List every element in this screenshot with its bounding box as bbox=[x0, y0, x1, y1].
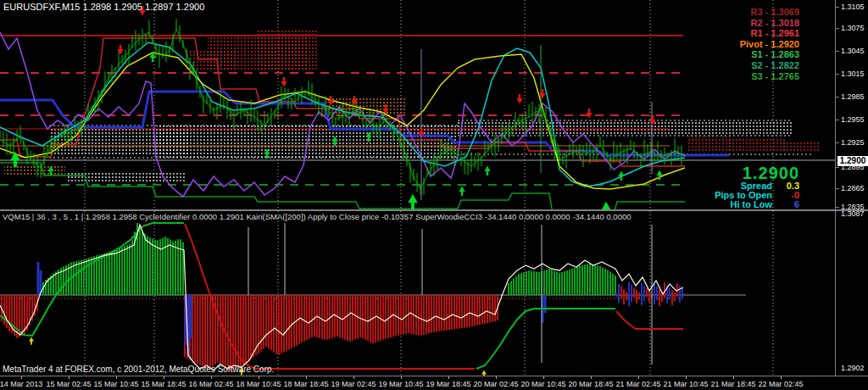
chart-title: EURUSDFXF,M15 1.2898 1.2905 1.2897 1.290… bbox=[3, 2, 204, 12]
price-axis-label: 1.3075 bbox=[841, 24, 865, 32]
time-axis-label: 20 Mar 10:45 bbox=[520, 380, 565, 388]
time-tick bbox=[259, 376, 259, 379]
price-axis-label: 1.3105 bbox=[841, 3, 865, 11]
time-tick bbox=[164, 376, 164, 379]
main-chart[interactable]: EURUSDFXF,M15 1.2898 1.2905 1.2897 1.290… bbox=[0, 0, 835, 209]
time-axis-label: 15 Mar 10:45 bbox=[93, 380, 138, 388]
pivot-legend-row: S2 - 1.2822 bbox=[740, 60, 799, 71]
info-row-label: Hi to Low bbox=[731, 199, 773, 209]
price-tick bbox=[836, 28, 839, 29]
price-axis-label: 1.2865 bbox=[841, 184, 865, 192]
time-tick bbox=[448, 376, 449, 379]
pivot-legend-row: S3 - 1.2765 bbox=[740, 71, 799, 82]
time-axis[interactable]: 14 Mar 201315 Mar 02:4515 Mar 10:4515 Ma… bbox=[0, 376, 868, 390]
main-chart-canvas[interactable] bbox=[0, 0, 835, 209]
period-separators bbox=[85, 0, 773, 209]
info-row: Hi to Low6 bbox=[715, 200, 799, 209]
price-axis-label: 1.3015 bbox=[841, 70, 865, 78]
price-tick bbox=[836, 207, 839, 208]
pivot-legend-row: Pivot - 1.2920 bbox=[740, 39, 799, 50]
time-tick bbox=[496, 376, 497, 379]
current-price-box: 1.2900 bbox=[837, 156, 868, 166]
time-tick bbox=[591, 376, 592, 379]
current-price-display: 1.2900 bbox=[715, 164, 799, 181]
time-tick bbox=[638, 376, 639, 379]
pivot-legend-row: R2 - 1.3018 bbox=[740, 18, 799, 29]
time-axis-label: 19 Mar 02:45 bbox=[331, 380, 376, 388]
time-tick bbox=[306, 376, 307, 379]
gray-spikes bbox=[248, 223, 652, 365]
mt4-chart-window: EURUSDFXF,M15 1.2898 1.2905 1.2897 1.290… bbox=[0, 0, 868, 390]
pivot-legend-row: R3 - 1.3069 bbox=[740, 7, 799, 18]
copyright-text: MetaTrader 4 at FOREX.com, c 2001-2012, … bbox=[3, 365, 274, 374]
time-tick bbox=[211, 376, 212, 379]
price-tick bbox=[836, 120, 839, 120]
time-axis-label: 18 Mar 18:45 bbox=[283, 380, 328, 388]
vqm-histogram bbox=[2, 223, 682, 370]
time-axis-label: 20 Mar 02:45 bbox=[473, 380, 518, 388]
info-row-value: 6 bbox=[777, 200, 799, 209]
price-tick bbox=[836, 188, 839, 189]
time-axis-label: 21 Mar 02:45 bbox=[615, 380, 660, 388]
price-tick bbox=[836, 74, 839, 75]
indicator-subwindow[interactable]: VQM15 | 36 , 3 , 5 , 1 | 1.2958 1.2958 C… bbox=[0, 211, 835, 376]
time-axis-label: 21 Mar 18:45 bbox=[710, 380, 755, 388]
time-axis-label: 19 Mar 10:45 bbox=[378, 380, 423, 388]
price-axis-label: 1.3045 bbox=[841, 47, 865, 55]
info-rows: Spread0.3Pips to Open-0Hi to Low6 bbox=[715, 181, 799, 209]
time-axis-label: 20 Mar 18:45 bbox=[568, 380, 613, 388]
price-tick bbox=[836, 97, 839, 98]
time-axis-label: 15 Mar 02:45 bbox=[46, 380, 91, 388]
pivot-legend: R3 - 1.3069R2 - 1.3018R1 - 1.2961Pivot -… bbox=[740, 7, 799, 81]
price-tick bbox=[836, 51, 839, 52]
time-axis-label: 18 Mar 10:45 bbox=[236, 380, 281, 388]
time-tick bbox=[401, 376, 402, 379]
price-axis-label: 1.2925 bbox=[841, 138, 865, 147]
price-axis[interactable]: 1.31051.30751.30451.30151.29851.29551.29… bbox=[835, 0, 868, 376]
time-axis-label: 22 Mar 02:45 bbox=[758, 380, 803, 388]
sub-axis-label: 1.2902 bbox=[841, 364, 865, 372]
time-axis-label: 19 Mar 18:45 bbox=[426, 380, 470, 388]
pivot-legend-row: R1 - 1.2961 bbox=[740, 28, 799, 39]
time-tick bbox=[116, 376, 117, 379]
indicator-label: VQM15 | 36 , 3 , 5 , 1 | 1.2958 1.2958 C… bbox=[3, 212, 632, 221]
time-tick bbox=[69, 376, 70, 379]
price-axis-label: 1.2955 bbox=[841, 115, 865, 124]
time-tick bbox=[733, 376, 734, 379]
price-axis-label: 1.2985 bbox=[841, 92, 865, 101]
pivot-legend-row: S1 - 1.2863 bbox=[740, 49, 799, 60]
time-tick bbox=[353, 376, 354, 379]
time-tick bbox=[686, 376, 687, 379]
time-tick bbox=[21, 376, 22, 379]
time-tick bbox=[781, 376, 782, 379]
time-axis-label: 21 Mar 10:45 bbox=[663, 380, 708, 388]
time-axis-label: 16 Mar 02:45 bbox=[188, 380, 233, 388]
indicator-clouds bbox=[4, 31, 819, 182]
indicator-canvas[interactable] bbox=[0, 211, 835, 376]
time-axis-label: 14 Mar 2013 bbox=[0, 380, 42, 388]
time-axis-label: 15 Mar 18:45 bbox=[141, 380, 186, 388]
price-tick bbox=[836, 142, 839, 143]
price-tick bbox=[836, 7, 839, 8]
price-tick bbox=[836, 167, 839, 168]
info-panel: 1.2900 Spread0.3Pips to Open-0Hi to Low6 bbox=[715, 164, 799, 209]
time-tick bbox=[543, 376, 544, 379]
